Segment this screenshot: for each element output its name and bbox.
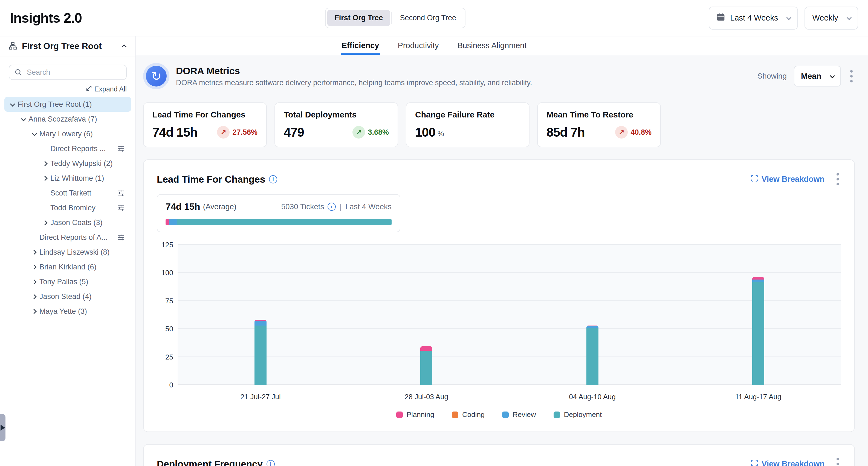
- deployment-frequency-card: Deployment Frequency i: [143, 444, 855, 466]
- tree-item[interactable]: Jason Coats (3): [4, 215, 131, 230]
- summary-tickets: 5030 Tickets: [281, 202, 324, 211]
- metric-card-unit: %: [438, 129, 444, 138]
- filter-sliders-icon[interactable]: [117, 145, 125, 153]
- view-breakdown-button[interactable]: View Breakdown: [751, 459, 825, 466]
- y-tick-label: 50: [165, 325, 173, 333]
- info-icon[interactable]: i: [267, 460, 275, 466]
- filter-sliders-icon[interactable]: [117, 233, 125, 241]
- sidebar-search: [9, 65, 127, 80]
- org-tree-icon: [9, 41, 17, 51]
- bar-slot: [343, 245, 509, 385]
- tree-item[interactable]: Liz Whittome (1): [4, 171, 131, 186]
- chevron-down-icon: [847, 15, 851, 20]
- legend-item-planning[interactable]: Planning: [396, 410, 434, 419]
- trend-up-arrow-icon: ↗: [615, 126, 628, 139]
- showing-label: Showing: [757, 72, 787, 81]
- toggle-divider: [391, 12, 392, 24]
- tab-efficiency[interactable]: Efficiency: [341, 36, 380, 55]
- tree-item[interactable]: Todd Bromley: [4, 200, 131, 215]
- dora-title: DORA Metrics: [176, 65, 532, 77]
- showing-dropdown[interactable]: Mean: [794, 66, 841, 87]
- legend-item-deployment[interactable]: Deployment: [554, 410, 602, 419]
- metric-card: Total Deployments479↗3.68%: [275, 103, 398, 147]
- summary-separator: |: [340, 202, 342, 211]
- chart-plot-area: [178, 245, 841, 385]
- tree-item[interactable]: Teddy Wylupski (2): [4, 156, 131, 171]
- main-area: EfficiencyProductivityBusiness Alignment…: [136, 36, 868, 466]
- org-tree: First Org Tree Root (1)Anna Scozzafava (…: [0, 97, 135, 319]
- tree-item[interactable]: Direct Reports of A...: [4, 230, 131, 245]
- content-scroll-area: ↻ DORA Metrics DORA metrics measure soft…: [136, 55, 868, 466]
- search-input[interactable]: [9, 65, 127, 80]
- granularity-dropdown[interactable]: Weekly: [805, 6, 858, 30]
- org-tree-option[interactable]: First Org Tree: [327, 10, 390, 26]
- date-range-dropdown[interactable]: Last 4 Weeks: [709, 6, 798, 30]
- info-icon[interactable]: i: [269, 175, 277, 183]
- deployment-frequency-kebab-menu[interactable]: [834, 456, 841, 466]
- filter-sliders-icon[interactable]: [117, 189, 125, 197]
- app-header: Insights 2.0 First Org TreeSecond Org Tr…: [0, 0, 868, 36]
- trend-up-arrow-icon: ↗: [352, 126, 365, 139]
- lead-time-kebab-menu[interactable]: [834, 171, 841, 187]
- insights-page: Insights 2.0 First Org TreeSecond Org Tr…: [0, 0, 868, 466]
- tree-item[interactable]: Anna Scozzafava (7): [4, 112, 131, 126]
- trend-badge: ↗27.56%: [217, 126, 257, 139]
- chart-y-axis: 0255075100125: [157, 245, 178, 385]
- summary-qualifier: (Average): [203, 202, 237, 211]
- tree-item[interactable]: First Org Tree Root (1): [4, 97, 131, 112]
- chevron-right-icon: [28, 265, 39, 269]
- tree-item[interactable]: Brian Kirkland (6): [4, 260, 131, 274]
- tree-item[interactable]: Direct Reports ...: [4, 141, 131, 156]
- view-breakdown-button[interactable]: View Breakdown: [751, 174, 825, 184]
- tab-productivity[interactable]: Productivity: [397, 36, 440, 55]
- tree-item-label: Tony Pallas (5): [39, 278, 131, 286]
- tree-item[interactable]: Scott Tarkett: [4, 186, 131, 200]
- tab-bar: EfficiencyProductivityBusiness Alignment: [136, 36, 868, 55]
- sidebar-header[interactable]: First Org Tree Root: [0, 36, 135, 56]
- chevron-right-icon: [28, 310, 39, 313]
- bar-segment-deployment: [254, 325, 267, 385]
- metric-value-row: 74d 15h↗27.56%: [152, 125, 257, 140]
- bar-segment-deployment: [752, 282, 764, 385]
- dora-header: ↻ DORA Metrics DORA metrics measure soft…: [143, 63, 855, 89]
- phase-distribution-bar: [165, 219, 392, 225]
- date-range-value: Last 4 Weeks: [730, 13, 778, 23]
- dora-kebab-menu[interactable]: [848, 68, 855, 85]
- expand-all-button[interactable]: Expand All: [9, 85, 127, 93]
- stacked-bar: [752, 277, 764, 385]
- phase-segment-deployment: [177, 219, 392, 225]
- y-tick-label: 75: [165, 296, 173, 305]
- lead-time-summary-card: 74d 15h (Average) 5030 Tickets i | Last …: [157, 194, 400, 232]
- bar-segment-planning: [420, 346, 432, 351]
- dora-description: DORA metrics measure software delivery p…: [176, 79, 532, 87]
- tree-item[interactable]: Tony Pallas (5): [4, 274, 131, 289]
- tab-business-alignment[interactable]: Business Alignment: [456, 36, 528, 55]
- chevron-right-icon: [28, 280, 39, 284]
- tree-item-label: Todd Bromley: [50, 204, 117, 212]
- phase-segment-planning: [165, 219, 169, 225]
- trend-badge: ↗3.68%: [352, 126, 389, 139]
- org-tree-option[interactable]: Second Org Tree: [393, 10, 463, 26]
- tickets-info-icon[interactable]: i: [328, 203, 336, 211]
- legend-label: Coding: [462, 410, 485, 419]
- legend-item-review[interactable]: Review: [502, 410, 536, 419]
- granularity-value: Weekly: [812, 13, 838, 23]
- metric-card-value: 479: [284, 125, 304, 140]
- chevron-down-icon: [830, 73, 835, 78]
- chevron-down-icon: [6, 103, 18, 106]
- phase-segment-review: [169, 219, 177, 225]
- panel-expand-handle[interactable]: [0, 414, 5, 441]
- filter-sliders-icon[interactable]: [117, 204, 125, 212]
- legend-label: Planning: [407, 410, 434, 419]
- chevron-right-icon: [39, 162, 50, 165]
- tree-item-label: Maya Yette (3): [39, 307, 131, 316]
- tree-item[interactable]: Jason Stead (4): [4, 289, 131, 304]
- tab-label: Productivity: [398, 41, 439, 50]
- metric-value-row: 85d 7h↗40.8%: [547, 125, 652, 140]
- tree-item[interactable]: Mary Lowery (6): [4, 126, 131, 141]
- tree-item[interactable]: Maya Yette (3): [4, 304, 131, 319]
- legend-item-coding[interactable]: Coding: [452, 410, 485, 419]
- tree-item[interactable]: Lindsay Liszewski (8): [4, 245, 131, 260]
- collapse-chevron-icon[interactable]: [122, 45, 126, 49]
- trend-badge: ↗40.8%: [615, 126, 652, 139]
